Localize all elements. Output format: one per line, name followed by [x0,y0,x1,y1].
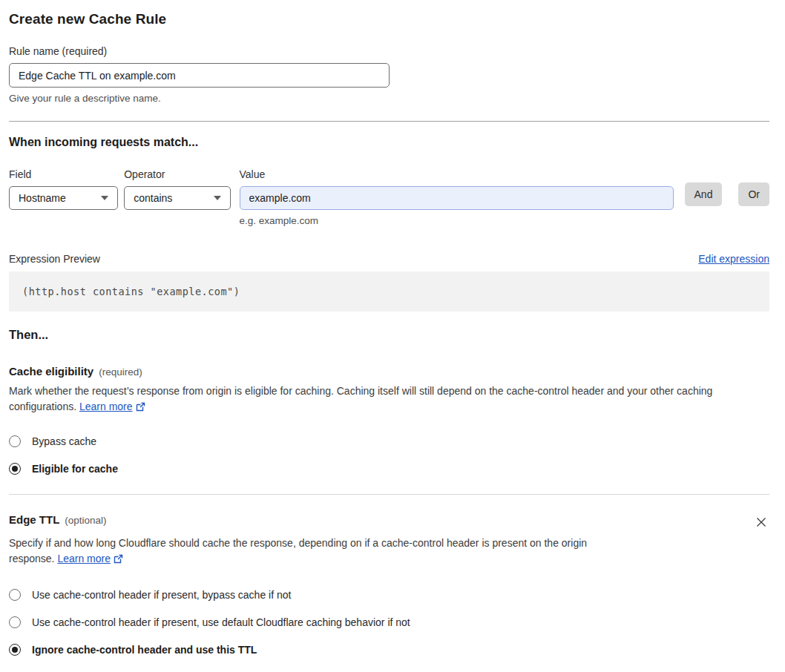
then-heading: Then... [9,328,769,342]
rule-name-label: Rule name (required) [9,45,769,57]
divider [9,494,769,495]
radio-label: Use cache-control header if present, use… [32,616,410,628]
expression-preview-label: Expression Preview [9,253,100,265]
radio-selected-icon[interactable] [9,463,21,475]
operator-select-value: contains [134,192,172,204]
edge-ttl-description: Specify if and how long Cloudflare shoul… [9,536,631,568]
field-label: Field [9,168,118,180]
radio-icon[interactable] [9,616,21,628]
cache-eligibility-description: Mark whether the request’s response from… [9,383,769,416]
match-row: Field Hostname Operator contains Value e… [9,168,769,226]
operator-select[interactable]: contains [124,186,230,210]
optional-badge: (optional) [65,515,106,526]
value-input[interactable] [240,186,674,210]
page-title: Create new Cache Rule [9,11,769,27]
radio-icon[interactable] [9,589,21,601]
rule-name-section: Rule name (required) Give your rule a de… [9,45,769,104]
edge-ttl-section: Edge TTL (optional) Specify if and how l… [9,513,769,672]
cache-eligibility-section: Cache eligibility (required) Mark whethe… [9,365,769,475]
external-link-icon [114,553,123,568]
cache-eligibility-heading: Cache eligibility [9,365,93,378]
and-button[interactable]: And [685,182,723,206]
match-heading: When incoming requests match... [9,136,769,149]
divider [9,121,769,122]
radio-label: Eligible for cache [32,463,118,475]
value-label: Value [240,168,674,180]
radio-option-eligible-for-cache[interactable]: Eligible for cache [9,463,769,475]
rule-name-helper: Give your rule a descriptive name. [9,93,769,104]
radio-option-use-header-bypass[interactable]: Use cache-control header if present, byp… [9,589,769,601]
connector-buttons: And Or [685,182,769,206]
chevron-down-icon [101,196,108,200]
field-select[interactable]: Hostname [9,186,118,210]
operator-label: Operator [124,168,230,180]
learn-more-link[interactable]: Learn more [57,553,111,564]
create-cache-rule-form: Create new Cache Rule Rule name (require… [0,0,785,672]
radio-selected-icon[interactable] [9,644,21,656]
edit-expression-link[interactable]: Edit expression [698,253,769,265]
chevron-down-icon [214,196,221,200]
learn-more-link[interactable]: Learn more [79,401,133,412]
radio-label: Ignore cache-control header and use this… [32,644,257,656]
close-icon[interactable] [754,515,769,530]
value-helper: e.g. example.com [240,215,674,226]
radio-option-ignore-header-ttl[interactable]: Ignore cache-control header and use this… [9,644,769,656]
field-select-value: Hostname [19,192,66,204]
required-badge: (required) [99,366,142,378]
radio-option-use-header-default[interactable]: Use cache-control header if present, use… [9,616,769,628]
radio-option-bypass-cache[interactable]: Bypass cache [9,435,769,447]
radio-label: Use cache-control header if present, byp… [32,589,291,601]
or-button[interactable]: Or [738,182,769,206]
external-link-icon [136,401,145,416]
rule-name-input[interactable] [9,63,390,88]
radio-icon[interactable] [9,435,21,447]
radio-label: Bypass cache [32,435,96,447]
expression-header: Expression Preview Edit expression [9,253,769,265]
expression-code: (http.host contains "example.com") [9,271,769,312]
edge-ttl-heading: Edge TTL [9,513,59,526]
